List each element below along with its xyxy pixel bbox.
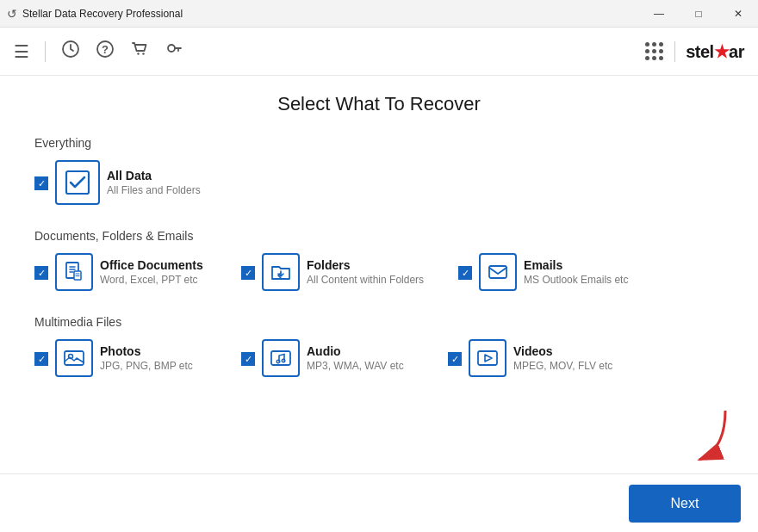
emails-text: Emails MS Outlook Emails etc [524, 258, 628, 286]
toolbar-left: ☰ ? [14, 40, 183, 63]
title-bar-left: ↺ Stellar Data Recovery Professional [7, 7, 183, 21]
photos-text: Photos JPG, PNG, BMP etc [100, 344, 193, 372]
photos-checkbox[interactable]: ✓ [34, 352, 48, 366]
folders-icon-box [262, 253, 300, 291]
check-icon: ✓ [38, 269, 46, 278]
all-data-text: All Data All Files and Folders [107, 169, 201, 196]
apps-grid-icon[interactable] [645, 42, 664, 61]
check-icon: ✓ [451, 355, 459, 364]
all-data-name: All Data [107, 169, 201, 182]
undo-icon: ↺ [7, 7, 17, 21]
videos-text: Videos MPEG, MOV, FLV etc [513, 344, 612, 372]
folders-text: Folders All Content within Folders [307, 258, 424, 286]
svg-point-3 [137, 53, 139, 54]
photos-icon-box [55, 339, 93, 377]
photos-item[interactable]: ✓ Photos JPG, PNG, BMP etc [34, 339, 207, 377]
cart-icon[interactable] [130, 40, 149, 63]
svg-point-13 [276, 360, 280, 363]
folders-desc: All Content within Folders [307, 274, 424, 286]
everything-items-row: ✓ All Data All Files and Folders [34, 160, 724, 205]
section-multimedia-label: Multimedia Files [34, 315, 724, 329]
audio-text: Audio MP3, WMA, WAV etc [307, 344, 404, 372]
folders-item[interactable]: ✓ Folders All Content within Folders [241, 253, 424, 291]
help-icon[interactable]: ? [96, 40, 115, 63]
all-data-checkbox[interactable]: ✓ [34, 176, 48, 190]
page-title: Select What To Recover [34, 93, 724, 115]
audio-item[interactable]: ✓ Audio MP3, WMA, WAV etc [241, 339, 413, 377]
svg-rect-15 [478, 351, 497, 365]
office-docs-icon-box [55, 253, 93, 291]
main-content: Select What To Recover Everything ✓ All … [0, 76, 758, 418]
close-button[interactable]: ✕ [718, 0, 758, 28]
arrow-annotation [682, 406, 734, 470]
audio-desc: MP3, WMA, WAV etc [307, 360, 404, 372]
maximize-button[interactable]: □ [679, 0, 718, 28]
videos-item[interactable]: ✓ Videos MPEG, MOV, FLV etc [448, 339, 620, 377]
history-icon[interactable] [61, 40, 80, 63]
svg-point-5 [168, 45, 175, 52]
bottom-bar: Next [0, 473, 758, 532]
check-icon: ✓ [38, 179, 46, 189]
folders-name: Folders [307, 258, 424, 272]
emails-name: Emails [524, 258, 628, 272]
videos-desc: MPEG, MOV, FLV etc [513, 360, 612, 372]
svg-point-14 [282, 359, 285, 362]
office-docs-desc: Word, Excel, PPT etc [100, 274, 203, 286]
office-docs-name: Office Documents [100, 258, 203, 272]
hamburger-icon[interactable]: ☰ [14, 41, 29, 62]
toolbar-separator-1 [45, 41, 46, 62]
multimedia-items-row: ✓ Photos JPG, PNG, BMP etc ✓ [34, 339, 724, 377]
svg-marker-16 [485, 355, 492, 362]
all-data-icon-box [55, 160, 100, 205]
office-docs-text: Office Documents Word, Excel, PPT etc [100, 258, 203, 286]
svg-rect-12 [271, 351, 290, 365]
next-button[interactable]: Next [629, 485, 741, 523]
videos-name: Videos [513, 344, 612, 358]
audio-checkbox[interactable]: ✓ [241, 352, 255, 366]
emails-desc: MS Outlook Emails etc [524, 274, 628, 286]
title-bar-controls: — □ ✕ [639, 0, 758, 28]
audio-name: Audio [307, 344, 404, 358]
svg-text:?: ? [102, 43, 109, 56]
title-bar-title: Stellar Data Recovery Professional [22, 8, 183, 20]
folders-checkbox[interactable]: ✓ [241, 266, 255, 280]
videos-checkbox[interactable]: ✓ [448, 352, 462, 366]
emails-icon-box [479, 253, 517, 291]
check-icon: ✓ [462, 269, 469, 278]
title-bar: ↺ Stellar Data Recovery Professional — □… [0, 0, 758, 28]
all-data-desc: All Files and Folders [107, 184, 201, 196]
office-docs-checkbox[interactable]: ✓ [34, 266, 48, 280]
key-icon[interactable] [165, 40, 183, 63]
check-icon: ✓ [245, 269, 252, 278]
audio-icon-box [262, 339, 300, 377]
toolbar-right: stel★ar [645, 41, 744, 62]
brand-separator [674, 41, 675, 62]
section-everything-label: Everything [34, 136, 724, 150]
minimize-button[interactable]: — [639, 0, 679, 28]
brand-star: ★ [714, 42, 730, 61]
videos-icon-box [469, 339, 506, 377]
svg-rect-10 [65, 351, 84, 365]
emails-item[interactable]: ✓ Emails MS Outlook Emails etc [458, 253, 631, 291]
toolbar: ☰ ? [0, 28, 758, 76]
section-documents-label: Documents, Folders & Emails [34, 229, 724, 243]
brand-logo: stel★ar [686, 41, 744, 62]
all-data-item[interactable]: ✓ All Data All Files and Folders [34, 160, 207, 205]
svg-point-4 [142, 53, 144, 54]
photos-desc: JPG, PNG, BMP etc [100, 360, 193, 372]
documents-items-row: ✓ Office Documents Word, Excel, PPT etc … [34, 253, 724, 291]
office-documents-item[interactable]: ✓ Office Documents Word, Excel, PPT etc [34, 253, 207, 291]
check-icon: ✓ [38, 355, 46, 364]
check-icon: ✓ [245, 355, 252, 364]
emails-checkbox[interactable]: ✓ [458, 266, 472, 280]
svg-rect-9 [489, 266, 506, 278]
photos-name: Photos [100, 344, 193, 358]
